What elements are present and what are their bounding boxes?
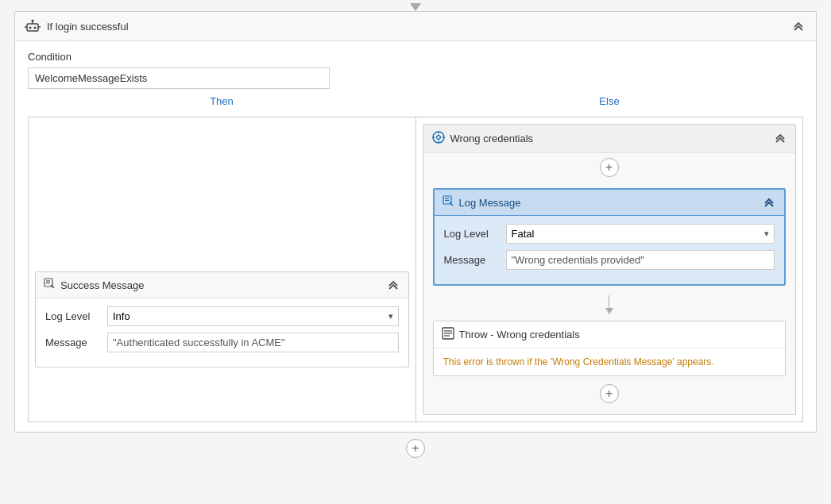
wrong-creds-collapse[interactable] xyxy=(773,132,787,145)
connector-line xyxy=(609,295,609,308)
connector-arrow xyxy=(605,295,613,314)
pencil-icon-success xyxy=(44,278,56,292)
then-else-labels: Then Else xyxy=(28,95,803,107)
if-block-title: If login successful xyxy=(47,21,129,33)
wrong-creds-inner: + xyxy=(423,153,796,414)
then-section: Success Message Log Level xyxy=(28,117,416,422)
plus-icon-main-bottom: + xyxy=(412,441,419,456)
svg-point-4 xyxy=(32,20,34,22)
svg-point-11 xyxy=(433,132,444,143)
wrong-creds-header-left: Wrong credentials xyxy=(431,130,534,147)
connector-arrowhead xyxy=(605,308,613,314)
top-arrow-down xyxy=(410,3,421,11)
log-message-field-label: Message xyxy=(444,254,500,266)
svg-point-2 xyxy=(34,27,37,29)
robot-icon xyxy=(25,18,41,34)
add-button-top[interactable]: + xyxy=(600,158,619,177)
throw-body: This error is thrown if the 'Wrong Crede… xyxy=(434,348,786,375)
if-block-header-left: If login successful xyxy=(25,18,129,34)
add-button-bottom[interactable]: + xyxy=(600,384,619,403)
log-level-select[interactable]: Fatal ▾ xyxy=(506,224,775,244)
if-block-header: If login successful xyxy=(15,12,816,41)
success-log-level-select[interactable]: Info ▾ xyxy=(107,306,399,326)
wrong-creds-title: Wrong credentials xyxy=(450,133,534,144)
log-message-field-row: Message xyxy=(444,250,775,270)
log-message-collapse[interactable] xyxy=(762,196,776,210)
success-log-level-row: Log Level Info ▾ xyxy=(45,306,399,326)
success-message-header-left: Success Message xyxy=(44,278,145,292)
success-message-header: Success Message xyxy=(36,272,408,298)
success-message-title: Success Message xyxy=(60,279,145,291)
log-message-header: Log Message xyxy=(435,190,785,216)
throw-header: Throw - Wrong credentials xyxy=(434,321,786,348)
log-message-input[interactable] xyxy=(506,250,775,270)
else-section: Wrong credentials xyxy=(416,117,804,422)
success-log-level-label: Log Level xyxy=(45,310,101,322)
then-else-row: Success Message Log Level xyxy=(28,117,803,422)
log-message-title: Log Message xyxy=(459,197,521,209)
collapse-button[interactable] xyxy=(790,19,806,34)
main-container: If login successful Condition Then Else xyxy=(0,0,831,504)
wrong-creds-icon xyxy=(431,130,446,147)
log-message-block: Log Message xyxy=(433,188,787,286)
log-level-value: Fatal xyxy=(512,228,535,240)
log-level-label: Log Level xyxy=(444,228,500,240)
bottom-connector: + xyxy=(406,433,425,461)
plus-icon-top: + xyxy=(605,160,613,175)
success-log-level-value: Info xyxy=(113,310,130,322)
svg-point-1 xyxy=(29,27,32,29)
success-message-collapse[interactable] xyxy=(386,279,400,292)
plus-icon-bottom: + xyxy=(605,387,613,401)
log-message-header-left: Log Message xyxy=(443,195,521,210)
success-message-input[interactable] xyxy=(107,333,399,352)
condition-input[interactable] xyxy=(28,67,330,89)
if-block: If login successful Condition Then Else xyxy=(14,11,817,433)
pencil-icon-log xyxy=(443,195,454,210)
add-button-main-bottom[interactable]: + xyxy=(406,439,425,458)
wrong-creds-block: Wrong credentials xyxy=(423,124,797,415)
then-label: Then xyxy=(210,95,234,107)
success-message-label: Message xyxy=(45,337,101,348)
success-message-body: Log Level Info ▾ Message xyxy=(36,298,408,367)
wrong-creds-header: Wrong credentials xyxy=(423,125,796,153)
throw-icon xyxy=(442,327,454,342)
throw-block: Throw - Wrong credentials This error is … xyxy=(433,321,787,376)
else-label: Else xyxy=(599,95,619,107)
log-select-arrow-icon: ▾ xyxy=(764,229,769,239)
throw-title: Throw - Wrong credentials xyxy=(459,329,580,340)
select-arrow-icon: ▾ xyxy=(388,311,393,321)
throw-description: This error is thrown if the 'Wrong Crede… xyxy=(443,356,714,367)
top-connector xyxy=(410,0,421,11)
if-block-body: Condition Then Else xyxy=(15,41,816,432)
log-message-body: Log Level Fatal ▾ Message xyxy=(435,216,785,284)
condition-label: Condition xyxy=(28,51,803,63)
log-level-row: Log Level Fatal ▾ xyxy=(444,224,775,244)
success-message-block: Success Message Log Level xyxy=(35,271,409,367)
success-message-row: Message xyxy=(45,333,399,352)
svg-rect-0 xyxy=(27,24,38,31)
